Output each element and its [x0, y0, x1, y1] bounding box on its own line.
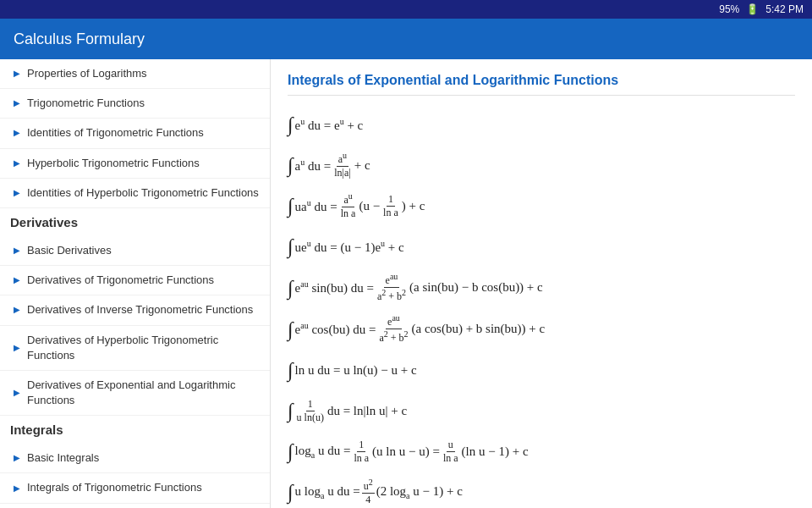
formula-7: ∫ ln u du = u ln(u) − u + c	[288, 355, 795, 385]
sidebar-item-label: Derivatives of Exponential and Logarithm…	[27, 378, 260, 408]
sidebar-item-label: Properties of Logarithms	[27, 66, 147, 81]
sidebar-item-label: Identities of Hyperbolic Trigonometric F…	[27, 185, 259, 201]
sidebar-item-label: Derivatives of Inverse Trigonometric Fun…	[27, 302, 253, 318]
formula-9: ∫ loga u du = 1 ln a (u ln u − u) = u ln…	[288, 436, 795, 467]
integral-symbol: ∫	[288, 196, 294, 216]
formula-text: uau du =	[295, 198, 337, 214]
formula-1: ∫ eu du = eu + c	[288, 109, 795, 140]
arrow-icon: ▶	[14, 452, 20, 464]
formula-text: eau cos(bu) du =	[295, 321, 376, 337]
sidebar-item-basic-integrals[interactable]: ▶ Basic Integrals	[0, 444, 270, 473]
fraction: au ln|a|	[332, 151, 352, 179]
status-bar: 95% 🔋 5:42 PM	[0, 0, 812, 19]
sidebar-item-deriv-trig[interactable]: ▶ Derivatives of Trigonometric Functions	[0, 266, 270, 295]
main-content: Integrals of Exponential and Logarithmic…	[271, 59, 812, 508]
fraction: au ln a	[339, 191, 358, 220]
integral-symbol: ∫	[288, 278, 294, 298]
fraction: eau a2 + b2	[376, 272, 408, 303]
formula-4: ∫ ueu du = (u − 1)eu + c	[288, 231, 795, 262]
integral-symbol: ∫	[288, 236, 294, 257]
fraction: 1 ln a	[352, 439, 370, 465]
formula-3: ∫ uau du = au ln a (u − 1 ln a ) + c	[288, 190, 795, 221]
formula-text: (u −	[359, 199, 380, 213]
arrow-icon: ▶	[14, 68, 20, 80]
section-header-integrals: Integrals	[0, 416, 270, 444]
formula-text: (u ln u − u) =	[372, 444, 440, 459]
sidebar-item-label: Derivatives of Hyperbolic Trigonometric …	[27, 333, 260, 363]
integral-symbol: ∫	[288, 155, 294, 175]
arrow-icon: ▶	[14, 127, 20, 139]
content-title: Integrals of Exponential and Logarithmic…	[288, 73, 795, 96]
formula-text: (a sin(bu) − b cos(bu)) + c	[409, 280, 543, 295]
sidebar-item-hyperbolic-trig[interactable]: ▶ Hyperbolic Trigonometric Functions	[0, 149, 270, 179]
formula-text: du = ln|ln u| + c	[327, 404, 407, 418]
formula-text: eu du = eu + c	[295, 117, 364, 133]
arrow-icon: ▶	[14, 387, 20, 399]
formula-5: ∫ eau sin(bu) du = eau a2 + b2 (a sin(bu…	[288, 272, 795, 303]
sidebar-item-label: Identities of Trigonometric Functions	[27, 125, 204, 141]
arrow-icon: ▶	[14, 187, 20, 199]
integral-symbol: ∫	[288, 441, 294, 461]
integral-symbol: ∫	[288, 114, 294, 135]
section-header-derivatives: Derivatives	[0, 208, 270, 236]
section-label: Derivatives	[10, 215, 78, 229]
fraction: eau a2 + b2	[377, 313, 409, 345]
formula-text: + c	[354, 158, 370, 173]
battery-indicator: 95%	[719, 3, 739, 15]
formula-text: ) + c	[402, 199, 425, 213]
formula-text: (a cos(bu) + b sin(bu)) + c	[412, 322, 546, 336]
sidebar: ▶ Properties of Logarithms ▶ Trigonometr…	[0, 59, 271, 508]
arrow-icon: ▶	[14, 304, 20, 316]
sidebar-item-label: Hyperbolic Trigonometric Functions	[27, 156, 200, 171]
sidebar-item-label: Basic Integrals	[27, 450, 99, 466]
integral-symbol: ∫	[288, 360, 294, 380]
sidebar-item-deriv-inv-trig[interactable]: ▶ Derivatives of Inverse Trigonometric F…	[0, 295, 270, 325]
fraction: 1 ln a	[381, 193, 400, 219]
sidebar-item-properties-log[interactable]: ▶ Properties of Logarithms	[0, 59, 270, 89]
app-title: Calculus Formulary	[14, 30, 145, 48]
sidebar-item-basic-derivatives[interactable]: ▶ Basic Derivatives	[0, 236, 270, 266]
sidebar-item-int-trig[interactable]: ▶ Integrals of Trigonometric Functions	[0, 473, 270, 503]
sidebar-item-label: Integrals of Trigonometric Functions	[27, 480, 202, 495]
sidebar-item-deriv-hyp-trig[interactable]: ▶ Derivatives of Hyperbolic Trigonometri…	[0, 326, 270, 371]
sidebar-item-label: Derivatives of Trigonometric Functions	[27, 273, 214, 288]
sidebar-item-identities-trig[interactable]: ▶ Identities of Trigonometric Functions	[0, 119, 270, 148]
sidebar-item-deriv-exp-log[interactable]: ▶ Derivatives of Exponential and Logarit…	[0, 371, 270, 416]
sidebar-item-identities-hyperbolic[interactable]: ▶ Identities of Hyperbolic Trigonometric…	[0, 179, 270, 208]
integral-symbol: ∫	[288, 482, 294, 502]
arrow-icon: ▶	[14, 342, 20, 354]
formula-6: ∫ eau cos(bu) du = eau a2 + b2 (a cos(bu…	[288, 313, 795, 345]
content-area: ▶ Properties of Logarithms ▶ Trigonometr…	[0, 59, 812, 508]
app-header: Calculus Formulary	[0, 19, 812, 59]
formula-text: au du =	[295, 157, 332, 174]
formula-text: ln u du = u ln(u) − u + c	[295, 363, 417, 378]
integral-symbol: ∫	[288, 400, 294, 421]
sidebar-item-int-inv-trig[interactable]: ▶ Integrals of Inverse Trigonometric Fun…	[0, 504, 270, 508]
fraction: 1 u ln(u)	[295, 398, 326, 424]
arrow-icon: ▶	[14, 245, 20, 257]
formula-text: (2 loga u − 1) + c	[376, 484, 463, 500]
section-label: Integrals	[10, 422, 63, 437]
arrow-icon: ▶	[14, 483, 20, 494]
formula-10: ∫ u loga u du = u2 4 (2 loga u − 1) + c	[288, 477, 795, 507]
sidebar-item-label: Trigonometric Functions	[27, 96, 145, 111]
arrow-icon: ▶	[14, 97, 20, 109]
integral-symbol: ∫	[288, 319, 294, 340]
formula-2: ∫ au du = au ln|a| + c	[288, 150, 795, 180]
formula-text: (ln u − 1) + c	[462, 444, 529, 459]
formula-text: ueu du = (u − 1)eu + c	[295, 239, 404, 255]
formula-8: ∫ 1 u ln(u) du = ln|ln u| + c	[288, 395, 795, 426]
formula-text: loga u du =	[295, 444, 351, 460]
time-display: 5:42 PM	[765, 3, 804, 15]
sidebar-item-trig-functions[interactable]: ▶ Trigonometric Functions	[0, 89, 270, 119]
formula-text: u loga u du =	[295, 484, 360, 500]
arrow-icon: ▶	[14, 274, 20, 286]
sidebar-item-label: Basic Derivatives	[27, 243, 112, 258]
fraction: u2 4	[362, 478, 375, 506]
arrow-icon: ▶	[14, 157, 20, 169]
formula-text: eau sin(bu) du =	[295, 279, 374, 295]
battery-icon: 🔋	[746, 3, 759, 15]
fraction: u ln a	[442, 439, 460, 465]
